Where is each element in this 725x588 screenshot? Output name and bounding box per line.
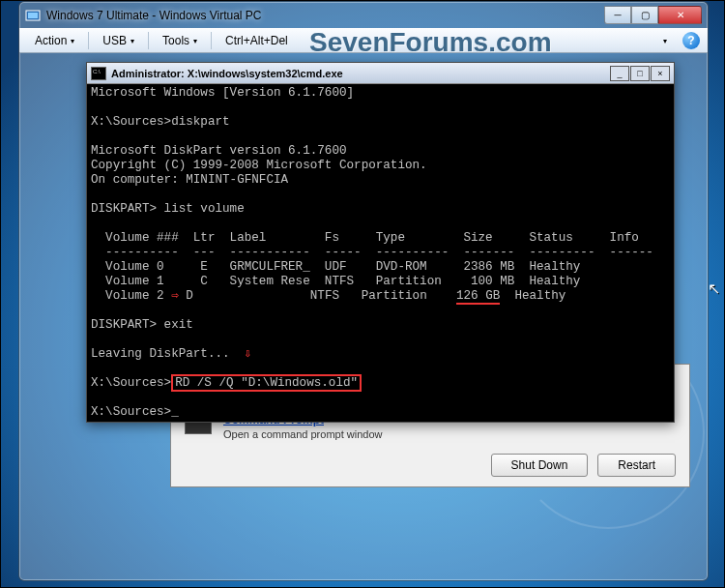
cmd-minimize-button[interactable]: _ (610, 66, 629, 81)
menu-tools[interactable]: Tools▾ (155, 31, 205, 50)
red-arrow-icon: ⇨ (171, 289, 179, 303)
window-title: Windows 7 Ultimate - Windows Virtual PC (46, 9, 604, 22)
cmd-close-button[interactable]: × (651, 66, 670, 81)
titlebar[interactable]: Windows 7 Ultimate - Windows Virtual PC … (19, 2, 708, 28)
watermark: SevenForums.com (309, 27, 552, 58)
cmd-window: Administrator: X:\windows\system32\cmd.e… (86, 62, 675, 423)
menu-usb[interactable]: USB▾ (95, 31, 142, 50)
chevron-down-icon[interactable]: ▾ (655, 34, 675, 48)
cursor (171, 405, 179, 419)
cmd-titlebar[interactable]: Administrator: X:\windows\system32\cmd.e… (87, 63, 674, 84)
menu-action[interactable]: Action▾ (27, 31, 82, 50)
cmd-desc: Open a command prompt window (223, 428, 382, 440)
help-button[interactable]: ? (682, 32, 700, 49)
size-highlight: 126 GB (456, 289, 500, 305)
app-icon (25, 8, 41, 23)
minimize-button[interactable]: ─ (604, 6, 631, 24)
mouse-cursor: ↖ (708, 279, 720, 298)
red-arrow-down-icon: ⇩ (245, 347, 252, 361)
cmd-title-icon (91, 67, 106, 80)
virtual-pc-window: Windows 7 Ultimate - Windows Virtual PC … (18, 1, 709, 581)
cmd-output[interactable]: Microsoft Windows [Version 6.1.7600] X:\… (87, 84, 674, 422)
menu-ctrlaltdel[interactable]: Ctrl+Alt+Del (218, 31, 296, 50)
cmd-title: Administrator: X:\windows\system32\cmd.e… (111, 68, 609, 79)
shutdown-button[interactable]: Shut Down (491, 454, 589, 477)
restart-button[interactable]: Restart (597, 454, 676, 477)
cmd-maximize-button[interactable]: □ (630, 66, 650, 81)
close-button[interactable]: ✕ (658, 6, 702, 24)
command-highlight: RD /S /Q "D:\Windows.old" (171, 374, 362, 392)
maximize-button[interactable]: ▢ (631, 6, 658, 24)
svg-rect-1 (28, 13, 38, 18)
